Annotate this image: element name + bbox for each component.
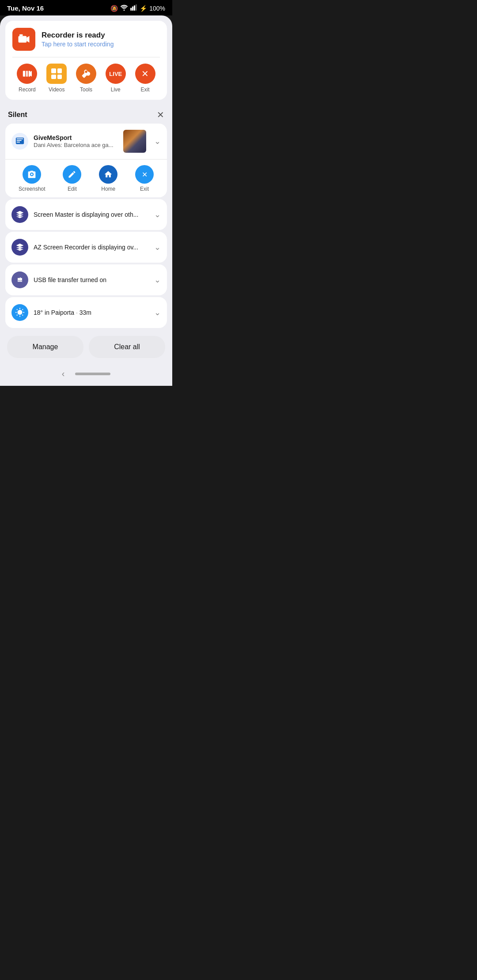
exit-recorder-button[interactable]: ✕ Exit [135,64,155,93]
givemesport-row[interactable]: GiveMeSport Dani Alves: Barcelona ace ga… [5,124,167,159]
az-recorder-notification[interactable]: AZ Screen Recorder is displaying ov... ⌄ [5,232,167,263]
silent-close-button[interactable]: ✕ [157,110,164,119]
status-bar: Tue, Nov 16 🔕 ⚡ 100% [0,0,172,15]
givemesport-actions: Screenshot Edit Home ✕ [5,159,167,197]
silent-label: Silent [8,111,27,119]
givemesport-content: GiveMeSport Dani Alves: Barcelona ace ga… [34,134,118,148]
videos-icon [46,64,67,84]
videos-label: Videos [49,87,64,93]
svg-point-0 [124,10,125,11]
svg-rect-6 [19,34,23,36]
svg-rect-3 [134,5,135,11]
usb-transfer-notification[interactable]: USB file transfer turned on ⌄ [5,264,167,295]
exit-notif-label: Exit [140,186,149,192]
tools-label: Tools [80,87,92,93]
edit-icon [63,165,81,184]
record-button[interactable]: Record [17,64,37,93]
az-recorder-icon [11,239,28,256]
givemesport-icon [11,133,28,150]
recorder-header[interactable]: Recorder is ready Tap here to start reco… [12,28,160,57]
usb-transfer-text: USB file transfer turned on [34,276,146,283]
recorder-title: Recorder is ready [42,31,114,40]
live-button[interactable]: LIVE Live [106,64,126,93]
screen-master-text: Screen Master is displaying over oth... [34,211,146,218]
recorder-card: Recorder is ready Tap here to start reco… [5,21,167,100]
tools-button[interactable]: Tools [76,64,96,93]
exit-recorder-label: Exit [141,87,150,93]
givemesport-card: GiveMeSport Dani Alves: Barcelona ace ga… [5,124,167,197]
svg-rect-11 [17,142,20,143]
status-time: Tue, Nov 16 [7,4,44,12]
weather-content: 18° in Paiporta · 33m [34,309,146,317]
manage-button[interactable]: Manage [7,336,83,358]
svg-rect-4 [136,4,137,11]
weather-text: 18° in Paiporta · 33m [34,309,91,316]
videos-button[interactable]: Videos [46,64,67,93]
exit-recorder-icon: ✕ [135,64,155,84]
screen-master-expand-icon[interactable]: ⌄ [154,210,161,219]
battery-percent: 100% [149,5,165,12]
back-button[interactable]: ‹ [62,369,65,379]
wifi-icon [120,4,128,12]
live-icon: LIVE [106,64,126,84]
az-recorder-expand-icon[interactable]: ⌄ [154,242,161,252]
exit-notif-button[interactable]: ✕ Exit [135,165,154,192]
exit-notif-icon: ✕ [135,165,154,184]
edit-label: Edit [68,186,77,192]
weather-icon [11,304,28,321]
screenshot-button[interactable]: Screenshot [19,165,45,192]
screenshot-icon [23,165,41,184]
tools-icon [76,64,96,84]
notification-panel: Recorder is ready Tap here to start reco… [0,15,172,364]
recorder-text: Recorder is ready Tap here to start reco… [42,31,114,48]
recorder-actions: Record Videos Tools [12,57,160,93]
usb-transfer-expand-icon[interactable]: ⌄ [154,275,161,285]
weather-notification[interactable]: 18° in Paiporta · 33m ⌄ [5,297,167,328]
signal-icon [130,4,137,12]
bottom-actions: Manage Clear all [5,330,167,364]
home-button[interactable]: Home [99,165,117,192]
screen-master-notification[interactable]: Screen Master is displaying over oth... … [5,199,167,230]
screenshot-label: Screenshot [19,186,45,192]
givemesport-title: GiveMeSport [34,134,118,141]
svg-rect-2 [132,7,133,11]
az-recorder-text: AZ Screen Recorder is displaying ov... [34,244,146,251]
svg-rect-1 [130,8,132,11]
home-label: Home [101,186,115,192]
edit-button[interactable]: Edit [63,165,81,192]
svg-rect-10 [17,140,22,141]
live-label: Live [111,87,121,93]
weather-expand-icon[interactable]: ⌄ [154,308,161,317]
mute-icon: 🔕 [110,5,118,12]
home-icon [99,165,117,184]
givemesport-thumbnail [123,130,146,153]
clear-all-button[interactable]: Clear all [89,336,165,358]
svg-point-12 [31,173,33,175]
record-label: Record [19,87,36,93]
record-icon [17,64,37,84]
recorder-app-icon [12,28,35,51]
screen-master-icon [11,206,28,223]
usb-transfer-icon [11,271,28,288]
givemesport-body: Dani Alves: Barcelona ace ga... [34,142,118,148]
battery-icon: ⚡ [140,5,147,12]
status-icons: 🔕 ⚡ 100% [110,4,165,12]
silent-header: Silent ✕ [5,105,167,124]
recorder-subtitle: Tap here to start recording [42,41,114,48]
home-pill[interactable] [75,373,110,375]
svg-rect-9 [17,139,23,139]
svg-rect-5 [19,36,27,43]
nav-bar: ‹ [0,364,172,386]
givemesport-expand-icon[interactable]: ⌄ [154,136,161,146]
